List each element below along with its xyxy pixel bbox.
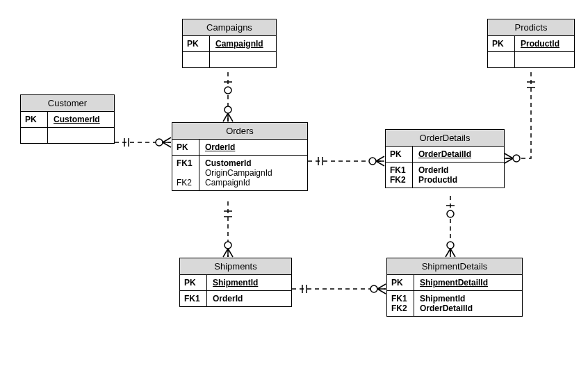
entity-campaigns-pk-field: CampaignId [210, 36, 276, 51]
entity-orders-fk2-label: FK2 [177, 178, 195, 188]
entity-campaigns: Campaigns PK CampaignId [182, 19, 277, 68]
entity-orderdetails: OrderDetails PK OrderDetailId FK1 FK2 Or… [385, 129, 505, 188]
entity-shipments-title: Shipments [180, 258, 291, 275]
entity-products: Prodicts PK ProductId [487, 19, 575, 68]
svg-point-16 [224, 87, 231, 94]
entity-shipments-fk1-field: OrderId [207, 291, 291, 306]
entity-products-pk-field: ProductId [515, 36, 574, 51]
entity-orderdetails-fk2-field: ProductId [418, 175, 498, 185]
entity-orders-pk-field: OrderId [199, 140, 307, 155]
entity-customer: Customer PK CustomerId [20, 94, 115, 144]
entity-orderdetails-fk1-label: FK1 [390, 165, 408, 175]
entity-shipmentdetails-fk1-label: FK1 [391, 294, 409, 303]
rel-customer-orders [115, 138, 171, 147]
entity-orderdetails-fk1-field: OrderId [418, 165, 498, 175]
entity-shipments-fk1-label: FK1 [180, 291, 207, 306]
entity-orderdetails-fk2-label: FK2 [390, 175, 408, 185]
entity-customer-title: Customer [21, 95, 114, 112]
entity-shipmentdetails-fk2-label: FK2 [391, 303, 409, 313]
rel-shipments-shipmentdetails [292, 284, 386, 294]
entity-orders-fk1-label: FK1 [177, 158, 195, 168]
rel-orders-orderdetails [308, 156, 384, 166]
entity-orderdetails-pk-field: OrderDetailId [413, 147, 504, 162]
rel-products-orderdetails [505, 72, 535, 163]
entity-shipmentdetails-fk1-field: ShipmentId [420, 294, 516, 303]
rel-orders-shipments [223, 201, 233, 257]
entity-shipmentdetails-pk-field: ShipmentDetailId [414, 275, 522, 290]
entity-orders-pk-label: PK [172, 140, 199, 155]
entity-orders: Orders PK OrderId FK1 FK2 CustomerId Ori… [172, 122, 308, 191]
entity-shipments: Shipments PK ShipmentId FK1 OrderId [179, 258, 292, 307]
entity-orders-fk2-field: CampaignId [205, 178, 302, 188]
entity-customer-pk-label: PK [21, 112, 48, 127]
entity-orderdetails-title: OrderDetails [386, 130, 504, 147]
entity-orders-fk2a-field: OriginCampaignId [205, 168, 302, 178]
entity-shipments-pk-label: PK [180, 275, 207, 290]
entity-shipments-pk-field: ShipmentId [207, 275, 291, 290]
rel-orderdetails-shipmentdetails [446, 196, 455, 257]
rel-campaigns-orders [223, 72, 233, 122]
entity-campaigns-pk-label: PK [183, 36, 210, 51]
entity-orderdetails-pk-label: PK [386, 147, 413, 162]
entity-products-title: Prodicts [488, 19, 574, 36]
entity-orders-fk1-field: CustomerId [205, 158, 302, 168]
entity-shipmentdetails-title: ShipmentDetails [387, 258, 522, 275]
entity-shipmentdetails-pk-label: PK [387, 275, 414, 290]
entity-shipmentdetails: ShipmentDetails PK ShipmentDetailId FK1 … [386, 258, 523, 317]
svg-point-20 [447, 210, 454, 217]
entity-orders-title: Orders [172, 123, 307, 140]
entity-campaigns-title: Campaigns [183, 19, 276, 36]
entity-customer-pk-field: CustomerId [48, 112, 114, 127]
entity-shipmentdetails-fk2-field: OrderDetailId [420, 303, 516, 313]
entity-products-pk-label: PK [488, 36, 515, 51]
